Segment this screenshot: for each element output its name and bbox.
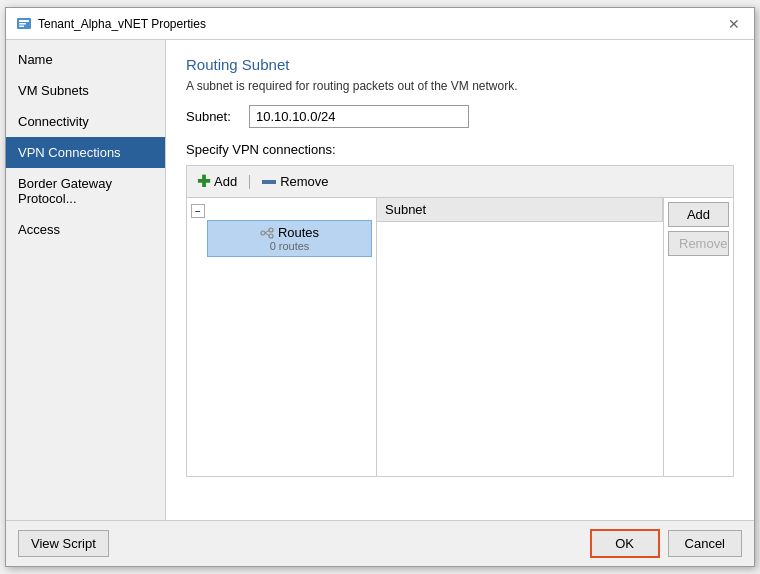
subnet-input[interactable]	[249, 105, 469, 128]
title-text: Tenant_Alpha_vNET Properties	[38, 17, 206, 31]
tree-collapse-row: −	[191, 202, 372, 220]
section-desc: A subnet is required for routing packets…	[186, 79, 734, 93]
footer-left: View Script	[18, 530, 109, 557]
vpn-connections-label: Specify VPN connections:	[186, 142, 734, 157]
svg-rect-3	[19, 25, 24, 27]
section-title: Routing Subnet	[186, 56, 734, 73]
toolbar-divider	[249, 175, 250, 189]
subnet-col-header: Subnet	[377, 198, 663, 221]
view-script-button[interactable]: View Script	[18, 530, 109, 557]
sidebar-item-vpn-connections[interactable]: VPN Connections	[6, 137, 165, 168]
svg-rect-1	[19, 20, 29, 22]
sidebar-item-border-gateway[interactable]: Border Gateway Protocol...	[6, 168, 165, 214]
add-toolbar-button[interactable]: ✚ Add	[193, 170, 241, 193]
subnet-label: Subnet:	[186, 109, 241, 124]
tree-routes-label-row: Routes	[260, 225, 319, 240]
close-button[interactable]: ✕	[724, 14, 744, 34]
sidebar-item-access[interactable]: Access	[6, 214, 165, 245]
svg-line-7	[265, 230, 269, 233]
tree-node: Routes 0 routes	[191, 220, 372, 257]
vpn-panel: − Rou	[186, 197, 734, 477]
main-content: Routing Subnet A subnet is required for …	[166, 40, 754, 520]
svg-rect-2	[19, 23, 26, 25]
title-bar-left: Tenant_Alpha_vNET Properties	[16, 16, 206, 32]
subnet-table-rows	[377, 222, 663, 476]
remove-toolbar-label: Remove	[280, 174, 328, 189]
dialog-body: Name VM Subnets Connectivity VPN Connect…	[6, 40, 754, 520]
right-button-panel: Add Remove	[663, 198, 733, 476]
svg-point-4	[261, 231, 265, 235]
sidebar-item-connectivity[interactable]: Connectivity	[6, 106, 165, 137]
remove-icon	[262, 180, 276, 184]
routes-sub-label: 0 routes	[270, 240, 310, 252]
svg-line-8	[265, 233, 269, 236]
subnet-table-panel: Subnet	[377, 198, 663, 476]
add-icon: ✚	[197, 172, 210, 191]
sidebar-item-vm-subnets[interactable]: VM Subnets	[6, 75, 165, 106]
routes-icon	[260, 226, 274, 240]
tree-routes-item[interactable]: Routes 0 routes	[207, 220, 372, 257]
dialog-footer: View Script OK Cancel	[6, 520, 754, 566]
vpn-toolbar: ✚ Add Remove	[186, 165, 734, 197]
svg-point-6	[269, 234, 273, 238]
tree-panel: − Rou	[187, 198, 377, 476]
remove-toolbar-button[interactable]: Remove	[258, 172, 332, 191]
subnet-add-button[interactable]: Add	[668, 202, 729, 227]
subnet-table-header: Subnet	[377, 198, 663, 222]
dialog-icon	[16, 16, 32, 32]
subnet-field-row: Subnet:	[186, 105, 734, 128]
footer-right: OK Cancel	[590, 529, 742, 558]
ok-button[interactable]: OK	[590, 529, 660, 558]
subnet-remove-button[interactable]: Remove	[668, 231, 729, 256]
cancel-button[interactable]: Cancel	[668, 530, 742, 557]
dialog-window: Tenant_Alpha_vNET Properties ✕ Name VM S…	[5, 7, 755, 567]
routes-label: Routes	[278, 225, 319, 240]
sidebar-item-name[interactable]: Name	[6, 44, 165, 75]
collapse-button[interactable]: −	[191, 204, 205, 218]
add-toolbar-label: Add	[214, 174, 237, 189]
svg-point-5	[269, 228, 273, 232]
sidebar: Name VM Subnets Connectivity VPN Connect…	[6, 40, 166, 520]
title-bar: Tenant_Alpha_vNET Properties ✕	[6, 8, 754, 40]
